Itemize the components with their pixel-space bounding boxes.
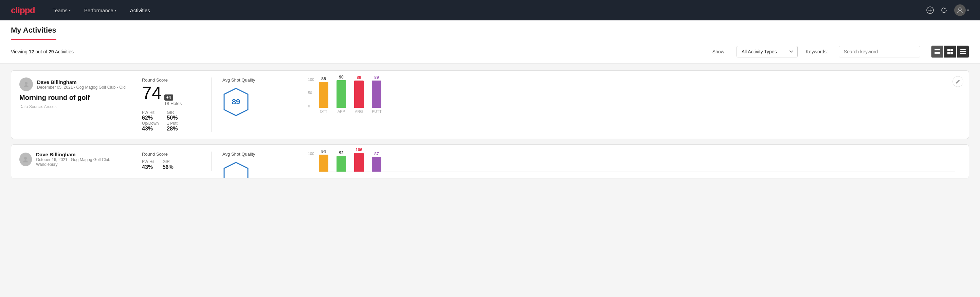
main-content: Dave Billingham December 05, 2021 · Gog … [0, 64, 980, 191]
user-menu[interactable]: ▾ [954, 5, 969, 16]
bar-value-app: 90 [339, 75, 343, 80]
logo: clippd [11, 5, 35, 16]
stat-name-gir: GIR [167, 110, 178, 115]
nav-item-teams[interactable]: Teams ▾ [51, 5, 72, 16]
card-chart: 100 50 0 85 90 [302, 77, 961, 113]
card-left: Dave Billingham October 16, 2021 · Gog M… [19, 152, 128, 169]
activity-card: Dave Billingham October 16, 2021 · Gog M… [11, 144, 969, 179]
svg-rect-12 [960, 49, 966, 50]
holes-text: 18 Holes [164, 101, 182, 106]
stat-name-fwhit: FW Hit [142, 160, 154, 164]
activity-type-select[interactable]: All Activity Types [737, 46, 798, 57]
quality-hexagon: 89 [223, 87, 250, 117]
sub-stats: FW Hit 43% GIR 56% [142, 160, 200, 170]
nav-label-teams: Teams [52, 8, 68, 13]
quality-label: Avg Shot Quality [223, 152, 294, 156]
svg-rect-10 [947, 52, 950, 54]
list-compact-view-button[interactable] [931, 46, 943, 58]
bar-app [337, 80, 346, 108]
viewing-total: 29 [49, 49, 54, 54]
data-source: Data Source: Arccos [19, 104, 128, 109]
svg-rect-5 [934, 51, 940, 51]
score-value: 74 [142, 84, 162, 102]
stat-value-fwhit: 62% [142, 115, 159, 121]
card-quality: Avg Shot Quality 89 [214, 77, 302, 117]
bar-label-putt: PUTT [372, 109, 381, 113]
stat-value-1putt: 28% [167, 126, 178, 132]
viewing-text: Viewing 12 out of 29 Activities [11, 49, 74, 54]
divider [211, 77, 212, 132]
stat-value-updown: 43% [142, 126, 159, 132]
bar-label-ott: OTT [319, 109, 328, 113]
bar-value-app2: 92 [339, 150, 343, 155]
bar-value-arg: 89 [356, 75, 361, 80]
nav-icons: ▾ [926, 5, 969, 16]
svg-rect-8 [947, 49, 950, 51]
card-chart: 100 94 92 106 87 [302, 152, 961, 172]
bar-value-ott: 85 [321, 77, 326, 81]
card-stats: Round Score 74 +4 18 Holes FW Hit 62% Up… [134, 77, 208, 132]
svg-rect-11 [950, 52, 953, 54]
y-label-100: 100 [308, 152, 314, 156]
svg-rect-4 [934, 49, 940, 50]
bar-arg2 [354, 153, 364, 172]
bar-label-app: APP [337, 109, 346, 113]
quality-label: Avg Shot Quality [223, 77, 294, 83]
svg-rect-14 [960, 53, 966, 54]
page-header: My Activities [0, 21, 980, 40]
keyword-input[interactable] [839, 46, 920, 57]
chevron-down-icon: ▾ [115, 8, 116, 12]
user-name: Dave Billingham [36, 152, 128, 157]
nav-item-activities[interactable]: Activities [129, 5, 151, 16]
viewing-count: 12 [29, 49, 34, 54]
bar-putt2 [372, 157, 381, 172]
bar-arg [354, 81, 364, 108]
list-view-button[interactable] [957, 46, 969, 58]
grid-view-button[interactable] [944, 46, 956, 58]
stat-value-fwhit: 43% [142, 164, 154, 170]
refresh-button[interactable] [940, 7, 947, 14]
svg-point-3 [959, 8, 961, 11]
divider [211, 152, 212, 171]
quality-content: 89 [223, 87, 294, 117]
add-button[interactable] [926, 6, 934, 14]
stat-name-fwhit: FW Hit [142, 110, 159, 115]
user-row: Dave Billingham December 05, 2021 · Gog … [19, 77, 128, 91]
divider [131, 152, 131, 171]
y-label-100: 100 [308, 77, 314, 81]
svg-rect-9 [950, 49, 953, 51]
user-name: Dave Billingham [37, 79, 126, 85]
score-badge: +4 [164, 94, 173, 101]
divider [131, 77, 131, 132]
bar-value-putt: 89 [374, 75, 379, 80]
user-info: Dave Billingham December 05, 2021 · Gog … [37, 79, 126, 90]
keywords-label: Keywords: [806, 49, 828, 54]
sub-stats: FW Hit 62% Up/Down 43% GIR 50% 1 Putt 28… [142, 110, 200, 132]
page-title: My Activities [11, 26, 56, 40]
nav-item-performance[interactable]: Performance ▾ [83, 5, 118, 16]
avatar [19, 77, 33, 91]
score-row: 74 +4 18 Holes [142, 84, 200, 106]
card-left: Dave Billingham December 05, 2021 · Gog … [19, 77, 128, 109]
filter-bar: Viewing 12 out of 29 Activities Show: Al… [0, 40, 980, 64]
round-score-label: Round Score [142, 152, 200, 156]
show-label: Show: [713, 49, 725, 54]
svg-marker-18 [224, 163, 248, 179]
bar-label-arg: ARG [354, 109, 364, 113]
bar-value-arg2: 106 [356, 147, 362, 152]
card-stats: Round Score FW Hit 43% GIR 56% [134, 152, 208, 170]
view-toggle [931, 46, 969, 58]
svg-rect-13 [960, 51, 966, 52]
quality-hexagon [223, 161, 250, 179]
navbar: clippd Teams ▾ Performance ▾ Activities [0, 0, 980, 21]
bar-app2 [337, 156, 346, 172]
round-score-label: Round Score [142, 77, 200, 83]
stat-value-gir: 50% [167, 115, 178, 121]
chevron-down-icon: ▾ [69, 8, 71, 12]
card-quality: Avg Shot Quality [214, 152, 302, 179]
quality-score: 89 [232, 97, 240, 106]
user-row: Dave Billingham October 16, 2021 · Gog M… [19, 152, 128, 167]
stat-name-updown: Up/Down [142, 121, 159, 126]
activity-title: Morning round of golf [19, 94, 128, 102]
bar-ott [319, 82, 328, 108]
